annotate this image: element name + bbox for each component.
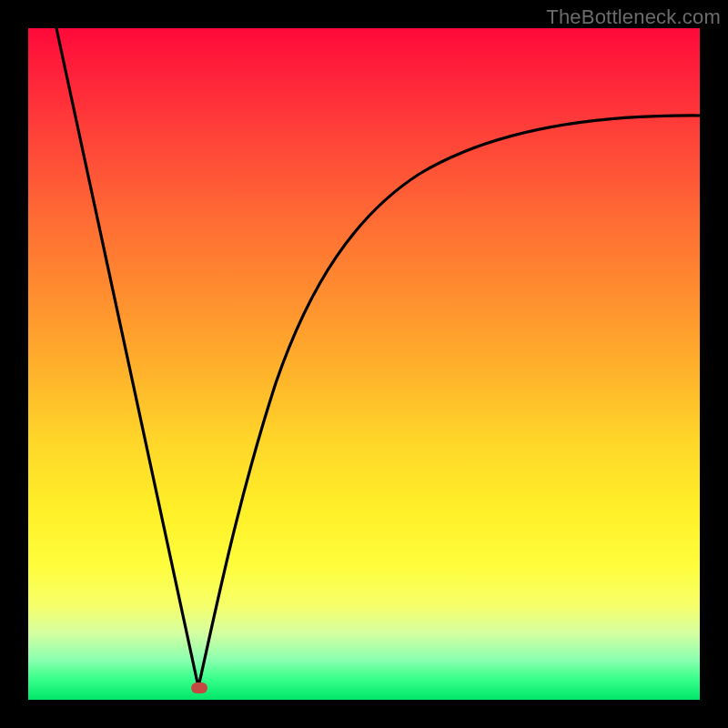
trough-marker [191,682,207,693]
curve-right-segment [198,116,700,687]
watermark-text: TheBottleneck.com [546,5,721,29]
bottleneck-curve [28,28,700,700]
chart-frame: TheBottleneck.com [0,0,728,728]
curve-left-segment [56,28,198,687]
plot-area [28,28,700,700]
